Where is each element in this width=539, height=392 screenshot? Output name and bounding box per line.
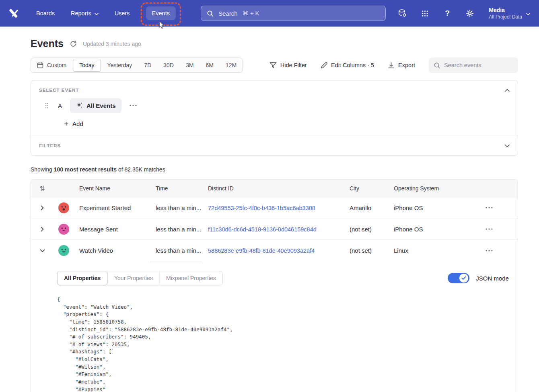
data-management-icon[interactable] [397,8,407,19]
tab-all-properties[interactable]: All Properties [57,271,107,285]
nav-reports[interactable]: Reports [71,10,99,17]
date-30d[interactable]: 30D [157,58,180,72]
date-3m[interactable]: 3M [180,58,200,72]
nav-events[interactable]: Events [146,6,176,20]
event-name: Message Sent [74,226,150,233]
nav-boards-label: Boards [36,10,55,17]
event-row: A All Events [39,98,510,113]
funnel-icon [270,62,277,68]
event-options-button[interactable] [127,102,139,109]
avatar [53,224,74,235]
nav-users[interactable]: Users [115,10,130,17]
apps-grid-icon[interactable] [420,8,430,19]
date-6m[interactable]: 6M [200,58,219,72]
chevron-down-icon [526,10,530,17]
query-builder-card: SELECT EVENT A All Events [31,80,518,156]
nav-boards[interactable]: Boards [36,10,55,17]
tab-your-properties[interactable]: Your Properties [107,271,159,285]
event-os: Linux [388,247,461,254]
project-subtitle: All Project Data [489,14,522,20]
row-options-button[interactable] [482,247,496,255]
col-distinct-id: Distinct ID [202,185,344,192]
export-button[interactable]: Export [388,62,415,69]
properties-tabs: All Properties Your Properties Mixpanel … [57,271,223,285]
event-city: (not set) [344,247,388,254]
date-yesterday[interactable]: Yesterday [101,58,138,72]
expand-filters-button[interactable] [505,144,510,147]
event-os: iPhone OS [388,204,461,211]
toolbar: Custom Today Yesterday 7D 30D 3M 6M 12M … [31,58,518,73]
search-label: Search [218,10,238,17]
search-icon [434,62,440,69]
json-mode-toggle[interactable] [448,273,469,283]
add-event-button[interactable]: + Add [64,120,83,128]
date-today[interactable]: Today [73,59,101,72]
events-table: Event Name Time Distinct ID City Operati… [31,179,518,392]
chevron-down-icon [40,249,45,252]
edit-columns-button[interactable]: Edit Columns · 5 [321,62,374,69]
distinct-id-link[interactable]: 5886283e-e9fb-48fb-81de-40e9093a2af4 [208,248,315,254]
event-selector-chip[interactable]: All Events [70,98,121,113]
nav-events-label: Events [152,10,170,17]
avatar [53,202,74,213]
ellipsis-icon [486,250,493,252]
download-icon [388,62,395,69]
chevron-right-icon [41,205,44,210]
search-events-field[interactable] [429,58,518,73]
date-12m[interactable]: 12M [220,58,243,72]
event-json-view: { "event": "Watch Video", "properties": … [57,296,509,392]
date-7d[interactable]: 7D [138,58,157,72]
navbar-right: ? Media All Project Data [397,7,530,20]
settings-gear-icon[interactable] [465,8,475,19]
refresh-button[interactable] [70,40,77,47]
json-mode-label: JSON mode [476,275,509,282]
check-icon [461,276,466,280]
collapse-row-button[interactable] [31,249,53,252]
table-row[interactable]: Experiment Started less than a min... 72… [31,197,518,219]
date-custom[interactable]: Custom [31,58,72,72]
hide-filter-button[interactable]: Hide Filter [270,62,307,68]
table-header-row: Event Name Time Distinct ID City Operati… [31,179,518,197]
main-content: Events Updated 3 minutes ago Custom Toda… [0,38,539,392]
distinct-id-link[interactable]: 72d49553-25fc-4f0c-b436-1b5ac6ab3388 [208,205,315,211]
col-time: Time [150,185,202,192]
collapse-select-event-button[interactable] [505,89,510,92]
expand-row-button[interactable] [31,205,53,210]
distinct-id-link[interactable]: f11c30d6-dc6d-4518-9136-0d046159c84d [208,226,317,233]
search-events-input[interactable] [444,62,513,68]
nav-reports-label: Reports [71,10,91,17]
col-city: City [344,185,388,192]
sort-rows-button[interactable] [31,185,53,192]
sparkle-icon [76,102,83,109]
row-options-button[interactable] [482,225,496,233]
project-name: Media [489,7,522,13]
pencil-icon [321,62,327,69]
event-city: Amarillo [344,204,388,211]
calendar-icon [37,62,43,68]
results-summary: Showing 100 most recent results of 82.35… [31,166,518,173]
plus-icon: + [64,120,68,128]
tab-mixpanel-properties[interactable]: Mixpanel Properties [159,271,222,285]
search-shortcut: ⌘ + K [242,10,259,17]
event-time: less than a min... [150,197,202,218]
cursor-icon [157,21,165,31]
drag-handle-icon[interactable] [45,103,48,109]
global-search-input[interactable]: Search ⌘ + K [201,6,386,21]
col-event-name: Event Name [74,185,150,192]
project-switcher[interactable]: Media All Project Data [489,7,530,20]
arrows-sort-icon [39,185,45,192]
help-icon[interactable]: ? [442,8,453,19]
expand-row-button[interactable] [31,227,53,232]
table-row[interactable]: Watch Video less than a min... 5886283e-… [31,240,518,261]
row-options-button[interactable] [482,204,496,212]
table-row[interactable]: Message Sent less than a min... f11c30d6… [31,219,518,240]
chevron-right-icon [41,227,44,232]
refresh-icon [70,40,77,47]
search-icon [207,10,214,17]
ellipsis-icon [486,207,493,208]
mixpanel-logo[interactable] [9,8,19,19]
event-row-label: A [58,102,62,109]
event-os: iPhone OS [388,226,461,233]
avatar [53,245,74,256]
date-range-picker: Custom Today Yesterday 7D 30D 3M 6M 12M [31,58,243,73]
